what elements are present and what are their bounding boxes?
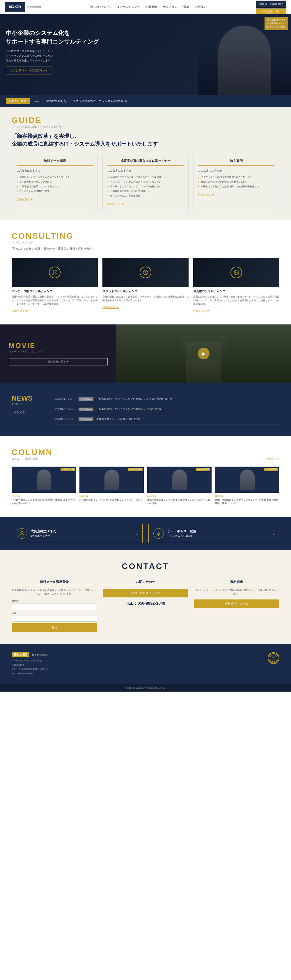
news-text-1[interactable]: 「顧客に気軽しないデジタル化の進め方」コラム更新のお知らせ xyxy=(96,397,172,401)
guide-item: IT・システム人材育成が必要 xyxy=(107,194,184,198)
contact-mail-input[interactable] xyxy=(12,615,97,622)
consulting-jp: コンサルティング xyxy=(12,241,279,245)
news-date-2: 2024年5月26日 xyxy=(55,407,76,411)
column-card-badge-2: IT化経営新聞 xyxy=(128,468,142,471)
guide-card-items-3: こんなシステムの導入支援事例があるか知りたい 組織でどのような事例があるか参考に… xyxy=(198,175,274,189)
contact-mail-title: 無料メール講座登録 xyxy=(12,580,97,586)
contact-name-input[interactable] xyxy=(12,603,97,610)
consulting-card-link-3[interactable]: 詳細を見る ▶ xyxy=(193,309,210,312)
footer-seal-col: 認定 マーク xyxy=(268,652,279,664)
contact-cards: 無料メール講座登録 経営者様向けのベルケンが提供する無料メール講座 IT化の方コ… xyxy=(12,580,279,632)
consulting-section: CONSULTING コンサルティング IT化による自社の成長、業務改善、IT導… xyxy=(0,220,291,325)
column-card-title-3: IT化経営新聞２３３ どこの下さは全部２３３を確認したら良いのは法 xyxy=(147,498,211,505)
news-item-2: 2024年5月26日 ブログ(new) 「顧客に気軽しないデジタル化の進め方」 … xyxy=(55,404,279,415)
logo-text: BELKEN xyxy=(9,5,21,8)
footer: BELKEN IT Consulting ベルケンシステムズ株式会社 〒330-… xyxy=(0,644,291,684)
main-nav: はじめての方へ コンサルティング 税収事例 代表コラム 音楽 会社案内 xyxy=(90,5,206,9)
guide-cards: 無料メール講座 こんな方におすすめ 自社に合ったIT・システムのポイントを知りた… xyxy=(12,154,279,211)
column-card-title-4: IT化経営新聞２３２ 業界プリンタ 2コードの実施 新規登録の確認・評価について xyxy=(215,498,279,505)
contact-card-doc: 資料請求 パンフレット、コンサルに関する資料の請求は下記フォームよりお申し込みく… xyxy=(194,580,279,632)
guide-card-link-2[interactable]: 詳細を見る ▶ xyxy=(107,203,124,205)
column-card-img-2[interactable]: IT化経営新聞 xyxy=(80,466,144,493)
contact-inquiry-title: お問い合わせ xyxy=(103,580,188,586)
guide-inner: GUIDE IT・システム化に課題を持つ中小企業の方へ 「顧客接点改革」を実現し… xyxy=(0,107,291,220)
nav-item-6[interactable]: 会社案内 xyxy=(195,5,206,9)
news-badge-3: ブログ(new) xyxy=(78,417,93,421)
column-title-group: COLUMN コラム IT化経営新聞 xyxy=(12,448,53,461)
cta-banner-podcast[interactable]: ポッドキャスト配信 （システム人材育成） › xyxy=(149,524,279,543)
consulting-card-title-3: 伴走型コンサルティング xyxy=(193,289,279,293)
mail-course-btn-header[interactable]: 無料メール講座登録 xyxy=(256,1,286,8)
column-card-img-1[interactable]: IT化経営新聞 xyxy=(12,466,76,493)
column-card-badge-3: IT化経営新聞 xyxy=(196,468,210,471)
nav-item-4[interactable]: 代表コラム xyxy=(163,5,177,9)
footer-bottom: © 2024 B.Systems All Rights Reserved. xyxy=(0,684,291,692)
guide-item: 具体的にどのようなシステムベンダーを探したい xyxy=(107,184,184,189)
guide-item: IT・システム人材育成が必要 xyxy=(17,189,93,194)
column-person-2 xyxy=(104,469,119,490)
consulting-card-link-1[interactable]: 詳細を見る ▶ xyxy=(12,309,28,312)
column-header: COLUMN コラム IT化経営新聞 一覧を見る xyxy=(12,448,279,461)
contact-section: CONTACT 無料メール講座登録 経営者様向けのベルケンが提供する無料メール講… xyxy=(0,550,291,644)
pickup-label: PICK UP xyxy=(6,98,30,104)
nav-item-1[interactable]: はじめての方へ xyxy=(90,5,110,9)
column-cards: IT化経営新聞 No.235 IT化経営新聞２３５ 企業はいつのIT化経営新聞２… xyxy=(12,466,279,505)
guide-card-title-1: 無料メール講座 xyxy=(17,159,93,166)
guide-card-title-3: 施主事例 xyxy=(198,159,274,166)
guide-jp: IT・システム化に課題を持つ中小企業の方へ xyxy=(12,125,279,129)
column-card-num-2: No.234 xyxy=(80,495,144,497)
column-card-4: IT化経営新聞 No.232 IT化経営新聞２３２ 業界プリンタ 2コードの実施… xyxy=(215,466,279,505)
movie-btn[interactable]: 会社案内を見る ▶ xyxy=(9,358,108,366)
contact-mail-submit-btn[interactable]: 登録 xyxy=(12,623,97,632)
guide-card-link-1[interactable]: 詳細を見る ▶ xyxy=(17,198,33,201)
pickup-bar: PICK UP — 「顧客に気軽しないデジタル化の進め方」コラム更新のお知らせ xyxy=(0,95,291,107)
movie-section: MOVIE ベルケンシステムズについて 会社案内を見る ▶ ▶ xyxy=(0,325,291,383)
column-more-link[interactable]: 一覧を見る xyxy=(266,457,279,461)
consulting-card-link-2[interactable]: 詳細を見る ▶ xyxy=(102,306,119,309)
column-card-badge-4: IT化経営新聞 xyxy=(264,468,278,471)
cta-banner-seminar[interactable]: 成長直結型IT導入 5大改革セミナー › xyxy=(12,524,142,543)
cta-banner-arrow-podcast: › xyxy=(273,531,274,536)
contact-inquiry-btn[interactable]: お問い合わせフォーム xyxy=(103,589,188,597)
consulting-card-2: スポットコンサルティング 自社の現状を踏まえて、先術的なコンサルティング活動に向… xyxy=(102,258,189,313)
guide-item: 組織でどのような事例があるか参考にしたい xyxy=(198,180,274,184)
contact-mail-text: 経営者様向けのベルケンが提供する無料メール講座 IT化の方コラム、代表フォーラム… xyxy=(12,589,97,596)
guide-item: こんなシステムの導入支援事例があるか知りたい xyxy=(198,175,274,180)
contact-mail-label: Mail xyxy=(12,612,97,614)
news-text-2[interactable]: 「顧客に気軽しないデジタル化の進め方」 更新のお知らせ xyxy=(96,407,165,411)
guide-card-items-1: 自社に合ったIT・システムのポイントを知りたい まずは無料でIT導入を学びたい … xyxy=(17,175,93,194)
footer-seal: 認定 マーク xyxy=(268,652,279,664)
movie-left: MOVIE ベルケンシステムズについて 会社案内を見る ▶ xyxy=(0,325,117,383)
contact-doc-btn[interactable]: 資料請求フォーム xyxy=(194,600,279,608)
column-person-4 xyxy=(240,469,254,490)
consulting-card-1: パッケージ型コンサルティング 自社の目的の実現を通じて現状に最適なIT・システム… xyxy=(12,258,98,313)
play-button[interactable]: ▶ xyxy=(198,348,209,360)
hero-title: 中小企業のシステム化を サポートする専門コンサルティング xyxy=(6,29,99,46)
news-more-link[interactable]: 一覧を見る xyxy=(12,410,25,414)
hero-cta-button[interactable]: まずは無料メール講座登録から xyxy=(6,67,53,75)
svg-point-8 xyxy=(270,655,277,662)
footer-inner: BELKEN IT Consulting ベルケンシステムズ株式会社 〒330-… xyxy=(12,652,279,676)
column-card-img-4[interactable]: IT化経営新聞 xyxy=(215,466,279,493)
hero-wrapper: 中小企業のシステム化を サポートする専門コンサルティング 「社内のアナログ仕事を… xyxy=(0,14,291,107)
column-en: COLUMN xyxy=(12,448,53,457)
column-card-3: IT化経営新聞 No.233 IT化経営新聞２３３ どこの下さは全部２３３を確認… xyxy=(147,466,211,505)
guide-card-link-3[interactable]: 詳細を見る ▶ xyxy=(198,193,215,196)
nav-item-5[interactable]: 音楽 xyxy=(183,5,189,9)
consulting-card-text-1: 自社の目的の実現を通じて現状に最適なIT・システム導入を構築するプログラムです。… xyxy=(12,295,98,306)
guide-card-items-2: 具体的にどのくらいIT・システムのコインを知りたい 具体的なIT・システムのコス… xyxy=(107,175,184,198)
column-card-img-3[interactable]: IT化経営新聞 xyxy=(147,466,211,493)
nav-item-2[interactable]: コンサルティング xyxy=(117,5,140,9)
consulting-icon-package xyxy=(49,267,61,278)
consulting-card-img-3 xyxy=(193,258,279,287)
svg-point-0 xyxy=(53,270,56,273)
svg-text:認定: 認定 xyxy=(272,656,275,658)
nav-item-3[interactable]: 税収事例 xyxy=(146,5,157,9)
podcast-banner-icon xyxy=(153,528,164,539)
column-jp: コラム IT化経営新聞 xyxy=(12,457,53,461)
contact-card-mail: 無料メール講座登録 経営者様向けのベルケンが提供する無料メール講座 IT化の方コ… xyxy=(12,580,97,632)
pickup-separator: — xyxy=(35,99,39,103)
pickup-text[interactable]: 「顧客に気軽しないデジタル化の進め方」コラム更新のお知らせ xyxy=(43,99,285,103)
news-text-3[interactable]: 実践経営オンライン 記事更新のお知らせ xyxy=(96,417,144,421)
contact-doc-title: 資料請求 xyxy=(194,580,279,586)
